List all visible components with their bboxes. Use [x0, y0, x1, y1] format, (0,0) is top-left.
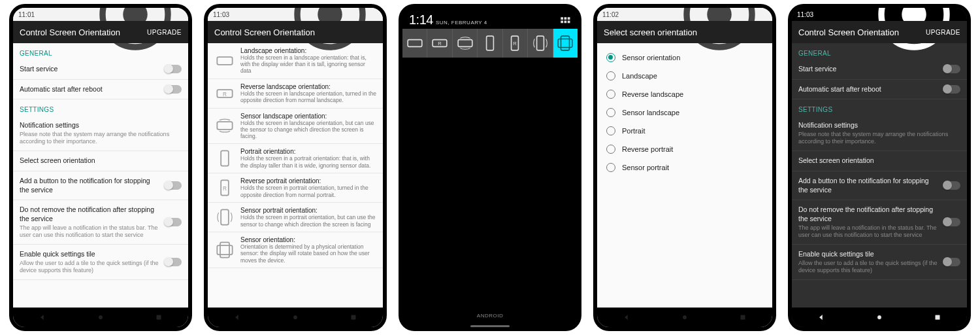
- app-bar: Control Screen Orientation UPGRADE: [792, 21, 967, 43]
- app-bar: Control Screen Orientation: [208, 21, 383, 43]
- orientation-desc: Holds the screen in portrait orientation…: [240, 214, 376, 227]
- nav-home-icon[interactable]: [875, 313, 884, 322]
- toggle-start-service[interactable]: [943, 65, 960, 73]
- orientation-option[interactable]: Sensor portrait orientation: Holds the s…: [208, 203, 383, 232]
- nav-recent-icon[interactable]: [154, 313, 163, 322]
- nav-bar: [792, 308, 967, 327]
- toggle-dont-remove[interactable]: [165, 218, 182, 226]
- orient-landscape-reverse[interactable]: [427, 29, 452, 58]
- orientation-option[interactable]: Sensor landscape orientation: Holds the …: [208, 109, 383, 145]
- section-general: GENERAL: [13, 43, 188, 60]
- radio-label: Reverse portrait: [622, 145, 673, 153]
- lock-footer: ANDROID: [402, 313, 578, 323]
- orientation-option[interactable]: Reverse landscape orientation: Holds the…: [208, 79, 383, 109]
- orientation-icon: [214, 177, 235, 198]
- orientation-icon: [214, 50, 235, 71]
- phone-5-dark-settings: 11:03 Control Screen Orientation UPGRADE…: [788, 4, 971, 331]
- radio-label: Sensor portrait: [622, 164, 669, 171]
- orientation-option[interactable]: Reverse portrait orientation: Holds the …: [208, 173, 383, 203]
- nav-home-icon[interactable]: [291, 313, 300, 322]
- orientation-option[interactable]: Landscape orientation: Holds the screen …: [208, 43, 383, 79]
- upgrade-button[interactable]: UPGRADE: [926, 29, 960, 36]
- setting-add-button[interactable]: Add a button to the notification for sto…: [792, 171, 967, 200]
- radio-option[interactable]: Sensor portrait: [597, 158, 772, 177]
- orient-portrait-reverse[interactable]: [503, 29, 528, 58]
- apps-grid-icon[interactable]: [559, 16, 571, 27]
- nav-recent-icon[interactable]: [738, 313, 747, 322]
- toggle-add-button[interactable]: [165, 181, 182, 190]
- toggle-auto-start[interactable]: [165, 85, 182, 94]
- orient-portrait-sensor[interactable]: [528, 29, 553, 58]
- nav-home-icon[interactable]: [96, 313, 105, 322]
- radio-button[interactable]: [606, 90, 615, 99]
- radio-label: Reverse landscape: [622, 90, 683, 98]
- home-indicator[interactable]: [470, 325, 510, 327]
- nav-recent-icon[interactable]: [933, 313, 942, 322]
- toggle-quick-tile[interactable]: [943, 258, 960, 266]
- nav-back-icon[interactable]: [622, 313, 631, 322]
- setting-dont-remove[interactable]: Do not remove the notification after sto…: [13, 200, 188, 245]
- phone-1-light-settings: 11:01 Control Screen Orientation UPGRADE…: [9, 4, 192, 331]
- orientation-title: Reverse landscape orientation:: [240, 83, 376, 90]
- radio-button[interactable]: [606, 53, 615, 62]
- setting-auto-start[interactable]: Automatic start after reboot: [13, 80, 188, 100]
- setting-select-orientation[interactable]: Select screen orientation: [13, 151, 188, 171]
- nav-bar: [597, 308, 772, 327]
- orient-landscape[interactable]: [402, 29, 427, 58]
- upgrade-button[interactable]: UPGRADE: [147, 29, 182, 36]
- orientation-icon: [214, 207, 235, 228]
- setting-notification[interactable]: Notification settings Please note that t…: [792, 116, 967, 151]
- radio-option[interactable]: Sensor orientation: [597, 48, 772, 67]
- radio-option[interactable]: Sensor landscape: [597, 103, 772, 122]
- nav-back-icon[interactable]: [233, 313, 242, 322]
- setting-start-service[interactable]: Start service: [13, 60, 188, 80]
- toggle-quick-tile[interactable]: [165, 258, 182, 266]
- app-bar: Control Screen Orientation UPGRADE: [13, 21, 188, 43]
- toggle-add-button[interactable]: [943, 181, 960, 190]
- setting-quick-tile[interactable]: Enable quick settings tile Allow the use…: [792, 245, 967, 280]
- toggle-dont-remove[interactable]: [943, 218, 960, 226]
- radio-option[interactable]: Landscape: [597, 67, 772, 85]
- nav-back-icon[interactable]: [817, 313, 826, 322]
- orientation-desc: Holds the screen in landscape orientatio…: [240, 90, 376, 103]
- orient-sensor-active[interactable]: [553, 29, 578, 58]
- orient-landscape-sensor[interactable]: [453, 29, 478, 58]
- orientation-icon: [214, 148, 235, 169]
- orientation-option[interactable]: Sensor orientation: Orientation is deter…: [208, 232, 383, 268]
- setting-quick-tile[interactable]: Enable quick settings tile Allow the use…: [13, 245, 188, 280]
- nav-back-icon[interactable]: [38, 313, 47, 322]
- radio-button[interactable]: [606, 145, 615, 154]
- setting-auto-start[interactable]: Automatic start after reboot: [792, 80, 967, 100]
- nav-recent-icon[interactable]: [349, 313, 358, 322]
- radio-option[interactable]: Reverse portrait: [597, 140, 772, 158]
- radio-label: Portrait: [622, 127, 645, 135]
- radio-button[interactable]: [606, 108, 615, 117]
- setting-start-service[interactable]: Start service: [792, 60, 967, 80]
- setting-notification[interactable]: Notification settings Please note that t…: [13, 116, 188, 151]
- radio-label: Landscape: [622, 72, 657, 80]
- radio-option[interactable]: Portrait: [597, 122, 772, 140]
- radio-option[interactable]: Reverse landscape: [597, 85, 772, 103]
- orientation-icon: [214, 115, 235, 136]
- radio-button[interactable]: [606, 71, 615, 80]
- status-clock: 11:03: [797, 11, 813, 18]
- app-title: Select screen orientation: [604, 27, 697, 37]
- setting-dont-remove[interactable]: Do not remove the notification after sto…: [792, 200, 967, 245]
- app-title: Control Screen Orientation: [20, 27, 120, 37]
- radio-button[interactable]: [606, 163, 615, 172]
- radio-label: Sensor landscape: [622, 109, 679, 116]
- orientation-desc: Holds the screen in a landscape orientat…: [240, 54, 376, 75]
- status-bar: 11:02: [597, 8, 772, 21]
- orient-portrait[interactable]: [478, 29, 502, 58]
- orientation-title: Sensor orientation:: [240, 236, 376, 243]
- toggle-start-service[interactable]: [165, 65, 182, 73]
- toggle-auto-start[interactable]: [943, 85, 960, 94]
- orientation-title: Reverse portrait orientation:: [240, 177, 376, 185]
- nav-home-icon[interactable]: [680, 313, 689, 322]
- radio-button[interactable]: [606, 126, 615, 135]
- setting-select-orientation[interactable]: Select screen orientation: [792, 151, 967, 171]
- orientation-option[interactable]: Portrait orientation: Holds the screen i…: [208, 144, 383, 173]
- setting-add-button[interactable]: Add a button to the notification for sto…: [13, 171, 188, 200]
- section-settings: SETTINGS: [13, 99, 188, 116]
- status-clock: 11:03: [213, 11, 229, 18]
